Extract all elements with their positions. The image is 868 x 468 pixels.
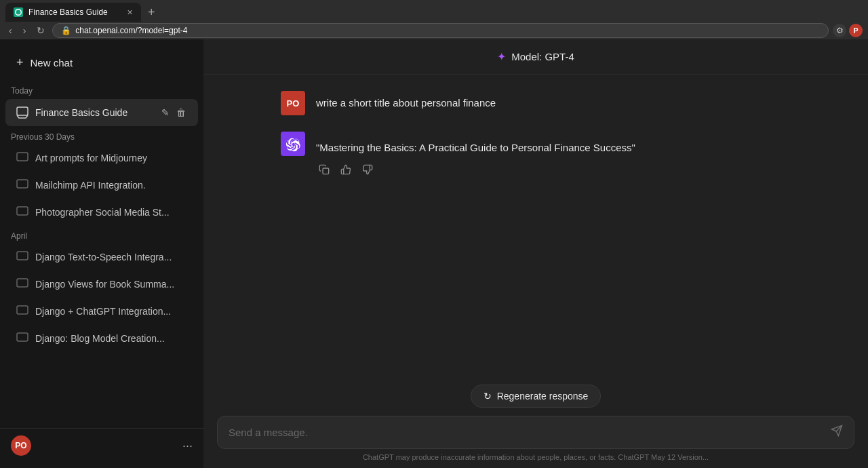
- chat-item-finance-basics[interactable]: Finance Basics Guide ✎ 🗑: [5, 99, 198, 126]
- user-message-text: write a short title about personal finan…: [316, 91, 791, 115]
- chat-item-django-views[interactable]: Django Views for Book Summa...: [5, 271, 198, 297]
- user-avatar: PO: [11, 435, 31, 456]
- app: + New chat Today Finance Basics Guide ✎ …: [0, 39, 868, 468]
- active-tab[interactable]: Finance Basics Guide ✕: [5, 3, 141, 22]
- svg-rect-8: [323, 168, 329, 174]
- chat-item-photographer[interactable]: Photographer Social Media St...: [5, 199, 198, 225]
- assistant-message-wrapper: "Mastering the Basics: A Practical Guide…: [316, 132, 791, 180]
- sidebar-bottom: PO ···: [0, 428, 203, 463]
- browser-toolbar-icons: ⚙ P: [833, 24, 863, 37]
- footer-disclaimer: ChatGPT may produce inaccurate informati…: [217, 449, 854, 465]
- url-display: chat.openai.com/?model=gpt-4: [75, 26, 187, 35]
- edit-chat-btn[interactable]: ✎: [160, 106, 171, 119]
- model-label: ✦ Model: GPT-4: [497, 50, 574, 63]
- svg-rect-0: [17, 107, 28, 115]
- chat-icon: [16, 305, 28, 317]
- delete-chat-btn[interactable]: 🗑: [175, 106, 187, 119]
- today-section-label: Today: [0, 81, 203, 98]
- chat-header: ✦ Model: GPT-4: [203, 39, 868, 75]
- chat-item-mailchimp[interactable]: Mailchimp API Integration.: [5, 172, 198, 198]
- reload-btn[interactable]: ↻: [33, 24, 48, 37]
- regenerate-btn-wrapper: ↻ Regenerate response: [217, 385, 854, 408]
- thumbs-down-btn[interactable]: [359, 161, 376, 180]
- chat-icon: [16, 278, 28, 290]
- send-btn[interactable]: [831, 425, 843, 440]
- gpt-avatar-icon: [281, 132, 305, 156]
- more-options-btn[interactable]: ···: [182, 439, 193, 453]
- assistant-message-text: "Mastering the Basics: A Practical Guide…: [316, 136, 791, 156]
- chat-icon: [16, 332, 28, 345]
- chat-item-django-blog[interactable]: Django: Blog Model Creation...: [5, 326, 198, 351]
- chat-label-mailchimp: Mailchimp API Integration.: [35, 180, 187, 191]
- chat-label-art-prompts: Art prompts for Midjourney: [35, 153, 187, 163]
- back-btn[interactable]: ‹: [5, 24, 16, 37]
- regen-icon: ↻: [484, 391, 492, 402]
- chat-icon: [16, 206, 28, 218]
- assistant-message-actions: [316, 161, 791, 180]
- lock-icon: 🔒: [61, 26, 71, 35]
- thumbs-up-btn[interactable]: [338, 161, 354, 180]
- svg-rect-3: [17, 207, 28, 215]
- chat-icon: [16, 251, 28, 263]
- message-input-box: [217, 416, 854, 449]
- new-chat-btn[interactable]: + New chat: [5, 47, 198, 78]
- profile-icon[interactable]: P: [849, 24, 863, 37]
- sidebar: + New chat Today Finance Basics Guide ✎ …: [0, 39, 203, 468]
- svg-rect-2: [17, 180, 28, 188]
- tab-favicon: [14, 7, 23, 17]
- tab-close-btn[interactable]: ✕: [127, 8, 133, 17]
- plus-icon: +: [16, 56, 24, 70]
- prev30-section-label: Previous 30 Days: [0, 127, 203, 144]
- chat-item-django-chatgpt[interactable]: Django + ChatGPT Integration...: [5, 298, 198, 324]
- chat-label-photographer: Photographer Social Media St...: [35, 207, 187, 218]
- new-chat-label: New chat: [31, 57, 73, 69]
- nav-bar: ‹ › ↻ 🔒 chat.openai.com/?model=gpt-4 ⚙ P: [0, 22, 868, 39]
- main-content: ✦ Model: GPT-4 PO write a short title ab…: [203, 39, 868, 468]
- assistant-message: "Mastering the Basics: A Practical Guide…: [264, 132, 807, 180]
- svg-rect-7: [17, 333, 28, 341]
- forward-btn[interactable]: ›: [20, 24, 30, 37]
- chat-icon: [16, 152, 28, 164]
- chat-label-django-chatgpt: Django + ChatGPT Integration...: [35, 306, 187, 317]
- chat-item-django-tts[interactable]: Django Text-to-Speech Integra...: [5, 244, 198, 270]
- chat-item-actions: ✎ 🗑: [160, 106, 187, 119]
- input-area: ↻ Regenerate response ChatGPT may produc…: [203, 376, 868, 468]
- chat-item-art-prompts[interactable]: Art prompts for Midjourney: [5, 145, 198, 171]
- chat-label-django-views: Django Views for Book Summa...: [35, 279, 187, 290]
- svg-rect-5: [17, 279, 28, 287]
- chat-label-django-blog: Django: Blog Model Creation...: [35, 333, 187, 344]
- svg-rect-1: [17, 153, 28, 161]
- chat-icon: [16, 179, 28, 191]
- regenerate-response-btn[interactable]: ↻ Regenerate response: [471, 385, 601, 408]
- chat-label-django-tts: Django Text-to-Speech Integra...: [35, 252, 187, 262]
- svg-rect-6: [17, 306, 28, 314]
- svg-rect-4: [17, 252, 28, 260]
- message-input[interactable]: [229, 427, 831, 438]
- address-bar[interactable]: 🔒 chat.openai.com/?model=gpt-4: [52, 23, 829, 38]
- browser-chrome: Finance Basics Guide ✕ + ‹ › ↻ 🔒 chat.op…: [0, 0, 868, 39]
- copy-btn[interactable]: [316, 161, 332, 180]
- chat-label-finance-basics: Finance Basics Guide: [35, 107, 153, 118]
- model-name: Model: GPT-4: [511, 51, 574, 62]
- sparkle-icon: ✦: [497, 50, 506, 63]
- tab-bar: Finance Basics Guide ✕ +: [0, 0, 868, 22]
- user-message: PO write a short title about personal fi…: [264, 91, 807, 115]
- chat-area: PO write a short title about personal fi…: [203, 75, 868, 376]
- user-avatar-icon: PO: [281, 91, 305, 115]
- regen-label: Regenerate response: [497, 391, 589, 402]
- april-section-label: April: [0, 226, 203, 243]
- new-tab-btn[interactable]: +: [144, 5, 159, 20]
- chat-icon: [16, 106, 28, 119]
- tab-title: Finance Basics Guide: [28, 7, 108, 17]
- extensions-icon[interactable]: ⚙: [833, 24, 846, 37]
